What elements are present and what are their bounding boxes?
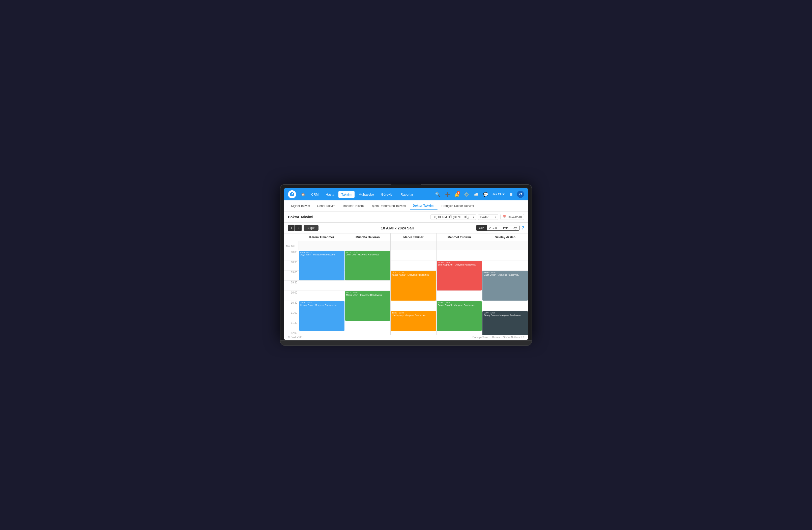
date-value: 2024-12-10 (508, 215, 522, 219)
add-icon[interactable]: ➕ (444, 191, 451, 198)
appointment-appt1[interactable]: 08:00 - 09:30Ayşe Tekin - Muayene Randev… (299, 251, 345, 280)
time-label-2: 09:00 (284, 270, 299, 281)
appointment-appt3[interactable]: 09:00 - 10:30Yakup Kantar - Muayene Rand… (391, 271, 436, 301)
appointment-appt6[interactable]: 10:30 - 12:00Hasan Ertan - Muayene Rande… (299, 301, 345, 331)
today-button[interactable]: Bugün (304, 225, 319, 231)
search-icon[interactable]: 🔍 (434, 191, 441, 198)
prev-button[interactable]: ‹ (288, 225, 294, 231)
calendar-header: Doktor Takvimi DİŞ HEKİMLİĞİ (GENEL DİŞ)… (284, 211, 528, 223)
cloud-icon[interactable]: ☁️ (472, 191, 480, 198)
slot-4-0[interactable] (482, 250, 528, 261)
calendar-title: Doktor Takvimi (288, 215, 321, 219)
all-day-cell-2 (391, 241, 436, 250)
view-btn-ay[interactable]: Ay (511, 225, 519, 231)
svg-point-4 (291, 195, 292, 195)
appointment-appt8[interactable]: 11:00 - 12:00Ümit Aytaç - Muayene Randev… (391, 311, 436, 331)
appointment-appt7[interactable]: 10:00 - 11:30Mesut Uzun - Muayene Randev… (345, 291, 390, 321)
doctor-column-2: 09:00 - 10:30Yakup Kantar - Muayene Rand… (391, 241, 436, 335)
help-icon[interactable]: ? (522, 225, 524, 231)
navbar: 🏠 CRM Hasta Takvim Muhasebe Görevler Rap… (284, 188, 528, 200)
appointment-appt9[interactable]: 10:30 - 12:00Samet Püskül - Muayene Rand… (437, 301, 482, 331)
appointment-appt4[interactable]: 08:30 - 10:00Berk Yağmurlu - Muayene Ran… (437, 261, 482, 291)
grid-icon[interactable]: ⊞ (507, 191, 515, 198)
view-btn-2gun[interactable]: 2 Gün (487, 225, 499, 231)
calendar-date-title: 10 Aralık 2024 Salı (319, 226, 476, 230)
slot-0-3[interactable] (299, 281, 345, 291)
nav-item-raporlar[interactable]: Raporlar (398, 191, 416, 198)
slot-2-0[interactable] (391, 250, 436, 261)
sub-nav-bransiz[interactable]: Branşsız Doktor Takvimi (438, 202, 477, 210)
doctor-header-4: Sevilay Arslan (482, 234, 528, 241)
appt-time-appt6: 10:30 - 12:00 (300, 302, 344, 304)
appt-time-appt7: 10:00 - 11:30 (346, 292, 389, 294)
slot-1-7[interactable] (345, 321, 391, 331)
doctor-header-3: Mehmet Yıldırım (436, 234, 482, 241)
slot-3-8[interactable] (436, 331, 482, 335)
nav-item-muhasebe[interactable]: Muhasebe (356, 191, 377, 198)
nav-item-hasta[interactable]: Hasta (323, 191, 337, 198)
all-day-cell-0 (299, 241, 345, 250)
footer-link-surum[interactable]: Sürüm Notları v1.3 (503, 336, 524, 339)
slot-2-8[interactable] (391, 331, 436, 335)
nav-logo[interactable] (288, 190, 296, 198)
nav-item-crm[interactable]: CRM (308, 191, 322, 198)
whatsapp-icon[interactable]: 💬 (482, 191, 490, 198)
sub-nav-islem[interactable]: İşlem Randevusu Takvimi (368, 202, 409, 210)
svg-point-1 (291, 194, 291, 194)
slot-0-4[interactable] (299, 291, 345, 301)
footer-link-dodo[interactable]: Dodo'ya Sorun (473, 336, 489, 339)
slot-2-1[interactable] (391, 261, 436, 270)
slot-0-8[interactable] (299, 331, 345, 335)
appt-name-appt9: Samet Püskül - Muayene Randevusu (438, 304, 481, 306)
laptop-screen: 🏠 CRM Hasta Takvim Muhasebe Görevler Rap… (280, 184, 532, 340)
sub-nav-transfer[interactable]: Transfer Takvimi (339, 202, 367, 210)
time-label-7: 11:30 (284, 321, 299, 331)
doctor-column-0: 08:00 - 09:30Ayşe Tekin - Muayene Randev… (299, 241, 345, 335)
appointment-appt5[interactable]: 09:00 - 10:30Macit Uygar - Muayene Rande… (482, 271, 528, 301)
all-day-cell-4 (482, 241, 528, 250)
sub-nav-kisisel[interactable]: Kişisel Takvim (288, 202, 313, 210)
nav-item-takvim[interactable]: Takvim (338, 191, 354, 198)
footer-link-destek[interactable]: Destek (492, 336, 500, 339)
sub-nav-doktor[interactable]: Doktor Takvimi (410, 202, 437, 210)
laptop-notch (391, 184, 421, 187)
slot-2-5[interactable] (391, 301, 436, 311)
appointment-appt2[interactable]: 08:00 - 09:30John Doe - Muayene Randevus… (345, 251, 390, 280)
all-day-cell-1 (345, 241, 391, 250)
doctor-select-wrapper: Doktor (478, 214, 498, 220)
slot-1-8[interactable] (345, 331, 391, 335)
main-content: Doktor Takvimi DİŞ HEKİMLİĞİ (GENEL DİŞ)… (284, 211, 528, 335)
appt-name-appt4: Berk Yağmurlu - Muayene Randevusu (438, 264, 481, 266)
calendar-columns-header: Kerem Tükenmez Mustafa Dalkıran Merve Te… (284, 234, 528, 241)
appointment-appt10[interactable]: 11:00 - 12:30Güney Erdem - Muayene Rande… (482, 311, 528, 335)
nav-item-gorevler[interactable]: Görevler (378, 191, 397, 198)
notification-icon[interactable]: 🔔 3 (453, 191, 461, 198)
slot-4-1[interactable] (482, 261, 528, 270)
time-column: Tüm Gün08:0008:3009:0009:3010:0010:3011:… (284, 241, 299, 335)
calendar-grid: Kerem Tükenmez Mustafa Dalkıran Merve Te… (284, 234, 528, 335)
slot-4-5[interactable] (482, 301, 528, 311)
slot-3-0[interactable] (436, 250, 482, 261)
slot-3-4[interactable] (436, 291, 482, 301)
user-avatar[interactable]: KT (517, 191, 524, 198)
time-label-6: 11:00 (284, 311, 299, 321)
filter-row: DİŞ HEKİMLİĞİ (GENEL DİŞ) Doktor 📅 2024-… (431, 214, 524, 220)
view-btn-hafta[interactable]: Hafta (499, 225, 511, 231)
footer: © Doktor365 Dodo'ya Sorun Destek Sürüm N… (284, 335, 528, 340)
nav-item-home[interactable]: 🏠 (299, 191, 307, 198)
settings-icon[interactable]: ⚙️ (463, 191, 470, 198)
appt-time-appt4: 08:30 - 10:00 (438, 261, 481, 264)
doctor-select[interactable]: Doktor (478, 214, 498, 220)
view-btn-gun[interactable]: Gün (476, 225, 487, 231)
sub-nav-genel[interactable]: Genel Takvim (314, 202, 338, 210)
appt-time-appt2: 08:00 - 09:30 (346, 251, 389, 253)
view-btns: Gün 2 Gün Hafta Ay (476, 225, 520, 231)
time-label-8: 12:00 (284, 331, 299, 335)
nav-items: 🏠 CRM Hasta Takvim Muhasebe Görevler Rap… (299, 191, 434, 198)
svg-point-2 (292, 193, 293, 194)
time-label-3: 09:30 (284, 281, 299, 291)
department-select[interactable]: DİŞ HEKİMLİĞİ (GENEL DİŞ) (431, 214, 476, 220)
doctor-header-1: Mustafa Dalkıran (345, 234, 391, 241)
slot-1-3[interactable] (345, 281, 391, 291)
next-button[interactable]: › (295, 225, 302, 231)
